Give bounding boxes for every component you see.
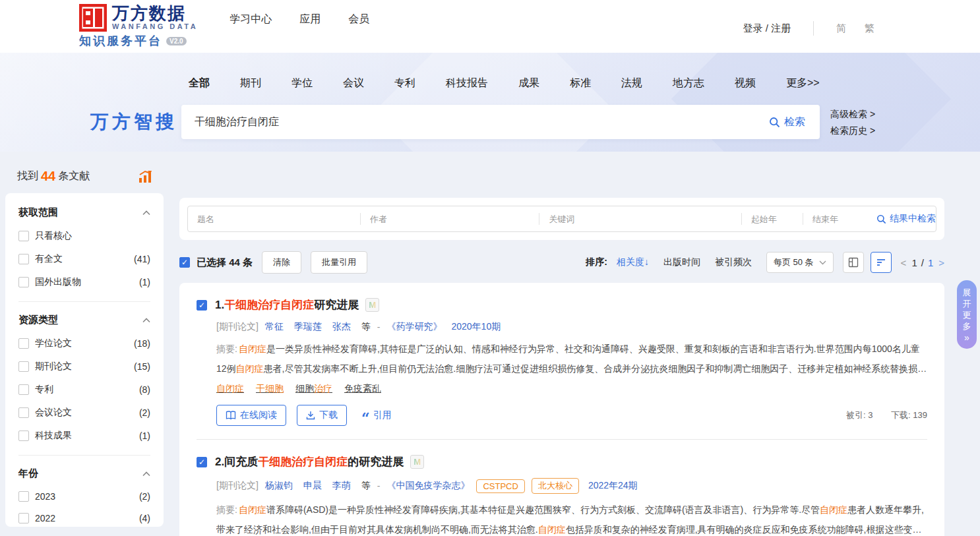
journal-link[interactable]: 《药学研究》 bbox=[386, 321, 442, 333]
refine-title-input[interactable] bbox=[191, 214, 357, 224]
refine-author-input[interactable] bbox=[363, 214, 536, 224]
card-view-button[interactable] bbox=[843, 252, 864, 273]
issue-link[interactable]: 2020年10期 bbox=[451, 321, 501, 333]
filter-checkbox[interactable] bbox=[18, 277, 29, 287]
refine-end-year-input[interactable] bbox=[806, 214, 865, 224]
m-badge-icon[interactable]: M bbox=[365, 298, 379, 312]
result-actions: 在线阅读 下载 “ 引用 被引: 3 bbox=[216, 405, 927, 426]
author-link[interactable]: 李萌 bbox=[332, 480, 351, 492]
search-type-tab[interactable]: 成果 bbox=[518, 76, 539, 90]
list-view-button[interactable] bbox=[871, 252, 892, 273]
collapse-chevron-icon[interactable] bbox=[142, 210, 150, 216]
author-link[interactable]: 常征 bbox=[265, 321, 284, 333]
filter-checkbox[interactable] bbox=[18, 384, 29, 395]
sort-option[interactable]: 被引频次 bbox=[715, 256, 752, 268]
filter-item[interactable]: 只看核心 bbox=[18, 230, 150, 242]
m-badge-icon[interactable]: M bbox=[410, 455, 424, 469]
keyword-link[interactable]: 细胞治疗 bbox=[295, 383, 332, 395]
filter-item[interactable]: 国外出版物 (1) bbox=[18, 276, 150, 288]
etal-label: 等 bbox=[361, 480, 371, 492]
search-type-tab[interactable]: 更多>> bbox=[786, 76, 820, 90]
wanfang-logo-icon bbox=[79, 4, 107, 32]
result-checkbox[interactable]: ✓ bbox=[197, 300, 207, 311]
filter-checkbox[interactable] bbox=[18, 338, 29, 349]
search-type-tab[interactable]: 地方志 bbox=[673, 76, 704, 90]
filter-item[interactable]: 期刊论文 (15) bbox=[18, 361, 150, 372]
filter-item[interactable]: 会议论文 (2) bbox=[18, 407, 150, 419]
header-divider bbox=[813, 21, 814, 36]
keyword-link[interactable]: 干细胞 bbox=[256, 383, 284, 395]
next-page-button[interactable]: > bbox=[938, 257, 944, 268]
platform-name: 知识服务平台 bbox=[79, 33, 162, 49]
advanced-search-link[interactable]: 高级检索 > bbox=[830, 106, 875, 123]
download-button[interactable]: 下载 bbox=[297, 405, 347, 426]
lang-simplified-link[interactable]: 简 bbox=[836, 22, 846, 35]
expand-more-panel-button[interactable]: 展开更多 » bbox=[957, 280, 977, 349]
filter-count: (15) bbox=[134, 361, 150, 372]
filter-checkbox[interactable] bbox=[18, 407, 29, 418]
double-arrow-icon: » bbox=[964, 332, 969, 343]
header-nav-item[interactable]: 应用 bbox=[299, 13, 321, 26]
filter-checkbox[interactable] bbox=[18, 431, 29, 441]
search-type-tab[interactable]: 会议 bbox=[343, 76, 364, 90]
search-type-tab[interactable]: 科技报告 bbox=[446, 76, 488, 90]
result-item: ✓ 2. 间充质干细胞治疗自闭症的研究进展 M [期刊论文] 杨淑钧申晨李萌 等… bbox=[197, 439, 927, 536]
keyword-link[interactable]: 免疫紊乱 bbox=[344, 383, 381, 395]
search-history-link[interactable]: 检索历史 > bbox=[830, 123, 875, 139]
filter-item[interactable]: 学位论文 (18) bbox=[18, 338, 150, 349]
journal-link[interactable]: 《中国免疫学杂志》 bbox=[386, 480, 470, 492]
result-title-link[interactable]: 间充质干细胞治疗自闭症的研究进展 bbox=[224, 454, 404, 469]
keyword-link[interactable]: 自闭症 bbox=[216, 383, 244, 395]
search-type-tab[interactable]: 全部 bbox=[189, 76, 210, 90]
wanfang-logo[interactable]: 万方数据 WANFANG DATA 知识服务平台 V2.0 bbox=[79, 4, 198, 49]
author-link[interactable]: 杨淑钧 bbox=[265, 480, 293, 492]
select-all-checkbox[interactable]: ✓ bbox=[179, 257, 190, 268]
collapse-chevron-icon[interactable] bbox=[142, 471, 150, 477]
result-title-link[interactable]: 干细胞治疗自闭症研究进展 bbox=[224, 297, 359, 313]
author-link[interactable]: 张杰 bbox=[332, 321, 351, 333]
search-icon bbox=[769, 117, 780, 128]
prev-page-button[interactable]: < bbox=[901, 257, 907, 268]
sort-option[interactable]: 出版时间 bbox=[663, 256, 700, 268]
lang-traditional-link[interactable]: 繁 bbox=[865, 22, 874, 35]
refine-start-year-input[interactable] bbox=[745, 214, 800, 224]
filter-checkbox[interactable] bbox=[18, 513, 29, 523]
filter-item[interactable]: 2023 (2) bbox=[18, 491, 150, 502]
result-checkbox[interactable]: ✓ bbox=[197, 457, 207, 467]
stats-chart-icon[interactable] bbox=[138, 170, 153, 183]
author-link[interactable]: 申晨 bbox=[303, 480, 322, 492]
search-type-tab[interactable]: 学位 bbox=[291, 76, 313, 90]
search-type-tab[interactable]: 专利 bbox=[394, 76, 415, 90]
sort-option[interactable]: 相关度↓ bbox=[617, 256, 649, 268]
search-type-tab[interactable]: 标准 bbox=[570, 76, 591, 90]
search-in-results-button[interactable]: 结果中检索 bbox=[876, 213, 936, 225]
batch-cite-button[interactable]: 批量引用 bbox=[311, 251, 367, 274]
filter-item[interactable]: 专利 (8) bbox=[18, 384, 150, 396]
issue-link[interactable]: 2022年24期 bbox=[588, 480, 638, 492]
search-input[interactable] bbox=[181, 105, 754, 139]
search-type-tab[interactable]: 期刊 bbox=[240, 76, 261, 90]
clear-selection-button[interactable]: 清除 bbox=[262, 251, 301, 274]
header-nav-item[interactable]: 会员 bbox=[348, 13, 369, 26]
total-pages: 1 bbox=[928, 257, 933, 268]
filter-item[interactable]: 有全文 (41) bbox=[18, 253, 150, 265]
refine-keyword-input[interactable] bbox=[542, 214, 738, 224]
per-page-select[interactable]: 每页 50 条 bbox=[766, 252, 834, 273]
results-list: ✓ 1. 干细胞治疗自闭症研究进展 M [期刊论文] 常征季瑞莲张杰 等 - 《… bbox=[179, 283, 944, 536]
result-number: 2. bbox=[215, 456, 224, 469]
login-register-link[interactable]: 登录 / 注册 bbox=[743, 22, 791, 35]
filter-checkbox[interactable] bbox=[18, 254, 29, 264]
header-nav-item[interactable]: 学习中心 bbox=[230, 13, 272, 26]
author-link[interactable]: 季瑞莲 bbox=[294, 321, 322, 333]
cite-button[interactable]: “ 引用 bbox=[361, 409, 392, 421]
filter-item[interactable]: 2022 (4) bbox=[18, 513, 150, 523]
search-button[interactable]: 检索 bbox=[754, 105, 820, 139]
filter-checkbox[interactable] bbox=[18, 361, 29, 372]
collapse-chevron-icon[interactable] bbox=[142, 318, 150, 323]
filter-checkbox[interactable] bbox=[18, 491, 29, 502]
search-type-tab[interactable]: 法规 bbox=[621, 76, 642, 90]
search-type-tab[interactable]: 视频 bbox=[735, 76, 756, 90]
filter-item[interactable]: 科技成果 (1) bbox=[18, 430, 150, 442]
read-online-button[interactable]: 在线阅读 bbox=[216, 405, 286, 426]
filter-checkbox[interactable] bbox=[18, 231, 29, 241]
